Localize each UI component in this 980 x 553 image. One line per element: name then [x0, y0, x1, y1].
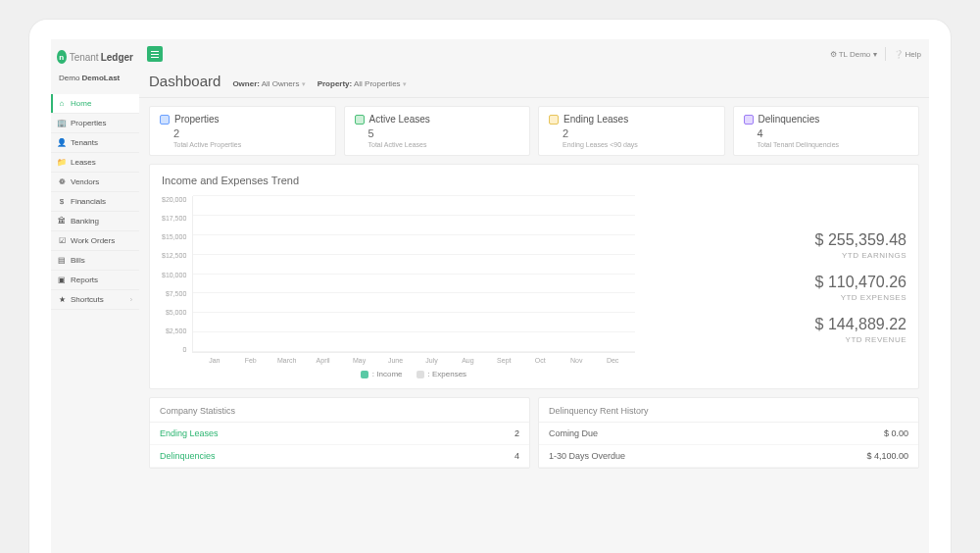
- nav-icon: 🏛: [58, 218, 66, 226]
- account-menu[interactable]: TL Demo ▾: [830, 50, 877, 59]
- company-stat-row[interactable]: Ending Leases2: [150, 423, 529, 445]
- x-tick: Jan: [196, 357, 232, 364]
- nav-list: ⌂Home🏢Properties👤Tenants📁Leases❁Vendors$…: [51, 94, 139, 310]
- x-tick: Aug: [450, 357, 486, 364]
- menu-toggle-button[interactable]: [147, 46, 163, 62]
- nav-reports[interactable]: ▣Reports: [51, 271, 139, 290]
- nav-icon: ▣: [58, 276, 66, 284]
- card-properties[interactable]: Properties2Total Active Properties: [149, 106, 336, 156]
- metric-expenses: $ 110,470.26 YTD EXPENSES: [655, 274, 906, 302]
- x-tick: June: [377, 357, 414, 364]
- stat-label: Coming Due: [549, 428, 598, 438]
- nav-label: Banking: [71, 217, 99, 226]
- legend-income: : Income: [361, 370, 403, 378]
- nav-bills[interactable]: ▤Bills: [51, 251, 139, 271]
- logo[interactable]: n Tenant Ledger: [51, 46, 139, 74]
- owner-filter[interactable]: Owner: All Owners: [232, 79, 305, 88]
- y-tick: $17,500: [162, 215, 186, 222]
- x-tick: Feb: [232, 357, 269, 364]
- nav-label: Vendors: [71, 177, 99, 186]
- divider: [885, 47, 886, 61]
- delinquency-row[interactable]: Coming Due$ 0.00: [539, 423, 918, 445]
- delinquency-row[interactable]: 1-30 Days Overdue$ 4,100.00: [539, 445, 918, 468]
- help-link[interactable]: Help: [894, 50, 921, 59]
- x-tick: Oct: [522, 357, 559, 364]
- card-value: 4: [744, 127, 909, 139]
- y-tick: $7,500: [162, 290, 186, 297]
- chart-y-axis: $20,000$17,500$15,000$12,500$10,000$7,50…: [162, 196, 192, 353]
- nav-icon: ⌂: [58, 100, 66, 108]
- card-icon: [549, 115, 559, 125]
- property-filter[interactable]: Property: All Properties: [318, 79, 407, 88]
- brand-word-2: Ledger: [101, 52, 133, 63]
- chevron-down-icon: ›: [130, 296, 132, 303]
- legend-expenses: : Expenses: [416, 370, 467, 378]
- x-tick: Sept: [486, 357, 522, 364]
- card-subtitle: Total Active Properties: [160, 141, 325, 148]
- stat-value: 2: [514, 428, 519, 438]
- card-value: 2: [160, 127, 325, 139]
- current-user: Demo DemoLast: [51, 74, 139, 94]
- nav-label: Leases: [71, 158, 96, 167]
- brand-word-1: Tenant: [70, 52, 99, 63]
- titlebar: Dashboard Owner: All Owners Property: Al…: [139, 69, 929, 98]
- y-tick: $10,000: [162, 272, 186, 278]
- nav-icon: 🏢: [58, 120, 66, 127]
- y-tick: $20,000: [162, 196, 186, 203]
- card-delinquencies[interactable]: Delinquencies4Total Tenant Delinquencies: [733, 106, 920, 156]
- nav-home[interactable]: ⌂Home: [51, 94, 139, 114]
- nav-shortcuts[interactable]: ★Shortcuts›: [51, 290, 139, 310]
- chart-metrics: $ 255,359.48 YTD EARNINGS $ 110,470.26 Y…: [655, 196, 906, 378]
- card-icon: [160, 115, 170, 125]
- nav-vendors[interactable]: ❁Vendors: [51, 173, 139, 192]
- y-tick: $12,500: [162, 252, 186, 259]
- chart-legend: : Income : Expenses: [192, 370, 634, 378]
- card-icon: [744, 115, 754, 125]
- nav-icon: $: [58, 198, 66, 206]
- nav-label: Shortcuts: [71, 295, 104, 304]
- card-subtitle: Total Tenant Delinquencies: [744, 141, 909, 148]
- metric-revenue: $ 144,889.22 YTD REVENUE: [655, 316, 906, 344]
- chart-plot: [192, 196, 634, 353]
- nav-properties[interactable]: 🏢Properties: [51, 114, 139, 133]
- y-tick: 0: [162, 346, 186, 353]
- y-tick: $2,500: [162, 327, 186, 334]
- chart-x-axis: JanFebMarchAprilMayJuneJulyAugSeptOctNov…: [192, 357, 634, 364]
- y-tick: $15,000: [162, 233, 186, 240]
- card-subtitle: Ending Leases <90 days: [549, 141, 714, 148]
- nav-financials[interactable]: $Financials: [51, 192, 139, 212]
- chart-title: Income and Expenses Trend: [162, 175, 906, 186]
- nav-work-orders[interactable]: ☑Work Orders: [51, 231, 139, 251]
- nav-label: Financials: [71, 197, 106, 206]
- nav-icon: ❁: [58, 178, 66, 186]
- x-tick: May: [341, 357, 377, 364]
- card-label: Properties: [174, 114, 220, 125]
- nav-label: Work Orders: [71, 236, 115, 245]
- stat-value: $ 0.00: [884, 428, 908, 438]
- logo-mark-icon: n: [57, 50, 67, 64]
- nav-label: Bills: [71, 256, 85, 265]
- company-statistics-panel: Company Statistics Ending Leases2Delinqu…: [149, 397, 530, 469]
- delinquency-history-panel: Delinquency Rent History Coming Due$ 0.0…: [538, 397, 919, 469]
- nav-label: Tenants: [71, 138, 98, 147]
- card-active-leases[interactable]: Active Leases5Total Active Leases: [344, 106, 531, 156]
- income-expenses-panel: Income and Expenses Trend $20,000$17,500…: [149, 164, 919, 389]
- nav-tenants[interactable]: 👤Tenants: [51, 133, 139, 153]
- card-ending-leases[interactable]: Ending Leases2Ending Leases <90 days: [538, 106, 725, 156]
- company-stat-row[interactable]: Delinquencies4: [150, 445, 529, 468]
- card-value: 5: [355, 127, 520, 139]
- page-title: Dashboard: [149, 73, 220, 89]
- metric-earnings: $ 255,359.48 YTD EARNINGS: [655, 231, 906, 260]
- card-label: Active Leases: [369, 114, 430, 125]
- stat-label: Delinquencies: [160, 451, 216, 461]
- nav-banking[interactable]: 🏛Banking: [51, 212, 139, 231]
- x-tick: July: [414, 357, 450, 364]
- nav-icon: 📁: [58, 159, 66, 167]
- card-icon: [355, 115, 365, 125]
- card-subtitle: Total Active Leases: [355, 141, 520, 148]
- stat-value: 4: [514, 451, 519, 461]
- stat-label: Ending Leases: [160, 428, 219, 438]
- nav-leases[interactable]: 📁Leases: [51, 153, 139, 173]
- summary-cards: Properties2Total Active PropertiesActive…: [149, 106, 919, 156]
- nav-icon: ★: [58, 296, 66, 304]
